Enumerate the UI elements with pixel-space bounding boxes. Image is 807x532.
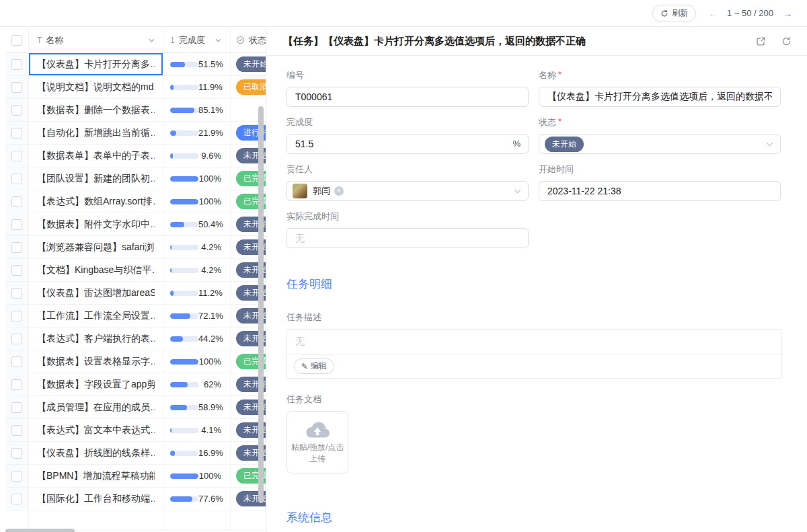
row-checkbox[interactable] (11, 128, 22, 139)
row-checkbox-cell[interactable] (5, 442, 29, 464)
task-progress-cell[interactable]: 62% (163, 373, 231, 395)
table-row[interactable]: 【表达式】富文本中表达式…4.1%未开始 (5, 419, 266, 442)
upload-dropzone[interactable]: 粘贴/拖放/点击 上传 (286, 411, 348, 473)
column-header-status[interactable]: 状态 (231, 28, 266, 52)
table-row[interactable]: 【数据表】附件文字水印中…50.4%未开始 (5, 213, 266, 236)
column-menu-chevron-icon[interactable] (149, 38, 155, 42)
column-header-progress[interactable]: 1 完成度 (163, 28, 231, 52)
task-name-cell[interactable]: 【数据表】删除一个数据表… (29, 99, 163, 121)
row-checkbox-cell[interactable] (5, 122, 29, 144)
row-checkbox-cell[interactable] (5, 419, 29, 441)
task-name-cell[interactable]: 【数据表单】表单中的子表… (29, 145, 163, 167)
task-progress-cell[interactable]: 77.6% (163, 488, 231, 510)
row-checkbox[interactable] (11, 425, 22, 436)
row-checkbox[interactable] (11, 219, 22, 230)
task-name-cell[interactable]: 【自动化】新增跳出当前循… (29, 122, 163, 144)
row-checkbox[interactable] (11, 471, 22, 482)
table-row[interactable]: 【数据表单】表单中的子表…9.6%未开始 (5, 145, 266, 167)
assignee-select[interactable]: 郭闫 × (286, 181, 529, 201)
row-checkbox-cell[interactable] (5, 167, 29, 190)
task-name-cell[interactable]: 【表达式】客户端执行的表… (29, 328, 163, 350)
task-name-cell[interactable]: 【团队设置】新建的团队初… (29, 167, 163, 190)
task-progress-cell[interactable]: 58.9% (163, 396, 231, 418)
table-row[interactable]: 【自动化】新增跳出当前循…21.9%进行中 (5, 122, 266, 145)
table-row[interactable]: 【表达式】客户端执行的表…44.2%未开始 (5, 328, 266, 350)
table-row[interactable]: 【表达式】数组Array.sort排…100%已完成 (5, 190, 266, 213)
row-checkbox[interactable] (11, 265, 22, 276)
status-select[interactable]: 未开始 (539, 134, 781, 154)
task-progress-cell[interactable]: 4.1% (163, 419, 231, 441)
row-checkbox[interactable] (11, 494, 22, 504)
table-row[interactable]: 【成员管理】在应用的成员…58.9%未开始 (5, 396, 266, 419)
actual-done-input[interactable] (286, 228, 529, 248)
table-row[interactable]: 【数据表】删除一个数据表…85.1% (5, 99, 266, 122)
table-row[interactable]: 【数据表】字段设置了app剪…62%未开始 (5, 373, 266, 396)
task-progress-cell[interactable]: 11.9% (163, 76, 231, 98)
task-name-cell[interactable]: 【仪表盘】卡片打开分离多… (29, 53, 163, 75)
table-row[interactable]: 【仪表盘】折线图的线条样…16.9%未开始 (5, 442, 266, 465)
select-all-checkbox[interactable] (11, 35, 22, 46)
row-checkbox[interactable] (11, 288, 22, 299)
task-name-cell[interactable]: 【国际化】工作台和移动端… (29, 488, 163, 510)
table-row[interactable]: 【说明文档】说明文档的md…11.9%已取消 (5, 76, 266, 99)
task-progress-cell[interactable]: 100% (163, 465, 231, 487)
row-checkbox-cell[interactable] (5, 488, 29, 510)
prev-page-arrow-icon[interactable]: ← (708, 9, 718, 18)
row-checkbox[interactable] (11, 334, 22, 344)
select-all-cell[interactable] (5, 28, 29, 52)
row-checkbox-cell[interactable] (5, 373, 29, 395)
external-link-icon[interactable] (756, 36, 767, 47)
table-row[interactable]: 【团队设置】新建的团队初…100%已完成 (5, 167, 266, 190)
task-name-cell[interactable]: 【说明文档】说明文档的md… (29, 76, 163, 98)
task-name-cell[interactable]: 【BPMN】增加流程草稿功能 (29, 465, 163, 487)
task-name-cell[interactable]: 【表达式】数组Array.sort排… (29, 190, 163, 213)
row-checkbox-cell[interactable] (5, 350, 29, 373)
task-name-cell[interactable]: 【表达式】富文本中表达式… (29, 419, 163, 441)
next-page-arrow-icon[interactable]: → (783, 9, 792, 18)
task-status-cell[interactable]: 已取消 (231, 76, 266, 98)
progress-input[interactable] (286, 134, 529, 154)
row-checkbox-cell[interactable] (5, 99, 29, 121)
horizontal-scrollbar-thumb[interactable] (5, 529, 75, 532)
task-progress-cell[interactable]: 4.2% (163, 259, 231, 281)
row-checkbox[interactable] (11, 402, 22, 413)
row-checkbox-cell[interactable] (5, 76, 29, 98)
task-status-cell[interactable]: 未开始 (231, 53, 266, 75)
row-checkbox-cell[interactable] (5, 305, 29, 327)
task-progress-cell[interactable]: 72.1% (163, 305, 231, 327)
task-progress-cell[interactable]: 4.2% (163, 236, 231, 258)
row-checkbox-cell[interactable] (5, 465, 29, 487)
table-row[interactable]: 【仪表盘】卡片打开分离多…51.5%未开始 (5, 53, 266, 76)
task-name-cell[interactable]: 【成员管理】在应用的成员… (29, 396, 163, 418)
vertical-scrollbar-thumb[interactable] (258, 106, 264, 503)
task-progress-cell[interactable]: 100% (163, 350, 231, 373)
code-input[interactable] (286, 87, 529, 107)
row-checkbox[interactable] (11, 448, 22, 459)
row-checkbox-cell[interactable] (5, 396, 29, 418)
row-checkbox-cell[interactable] (5, 282, 29, 304)
row-checkbox-cell[interactable] (5, 53, 29, 75)
task-progress-cell[interactable]: 85.1% (163, 99, 231, 121)
task-name-cell[interactable]: 【浏览器兼容问题】safari浏… (29, 236, 163, 258)
task-progress-cell[interactable]: 100% (163, 190, 231, 213)
row-checkbox-cell[interactable] (5, 145, 29, 167)
table-row[interactable]: 【国际化】工作台和移动端…77.6%未开始 (5, 488, 266, 510)
row-checkbox[interactable] (11, 196, 22, 207)
table-row[interactable]: 【仪表盘】雷达图增加areaS…11.2%未开始 (5, 282, 266, 305)
row-checkbox-cell[interactable] (5, 259, 29, 281)
task-name-cell[interactable]: 【仪表盘】折线图的线条样… (29, 442, 163, 464)
row-checkbox[interactable] (11, 379, 22, 390)
task-progress-cell[interactable]: 100% (163, 167, 231, 190)
task-progress-cell[interactable]: 44.2% (163, 328, 231, 350)
name-input[interactable] (539, 87, 781, 107)
refresh-button[interactable]: 刷新 (652, 5, 696, 22)
row-checkbox-cell[interactable] (5, 328, 29, 350)
table-row[interactable]: 【浏览器兼容问题】safari浏…4.2%未开始 (5, 236, 266, 259)
row-checkbox-cell[interactable] (5, 190, 29, 213)
column-header-name[interactable]: T 名称 (29, 28, 163, 52)
task-name-cell[interactable]: 【数据表】字段设置了app剪… (29, 373, 163, 395)
row-checkbox[interactable] (11, 242, 22, 253)
start-time-input[interactable] (539, 181, 781, 201)
task-name-cell[interactable]: 【数据表】设置表格显示字… (29, 350, 163, 373)
row-checkbox[interactable] (11, 356, 22, 367)
